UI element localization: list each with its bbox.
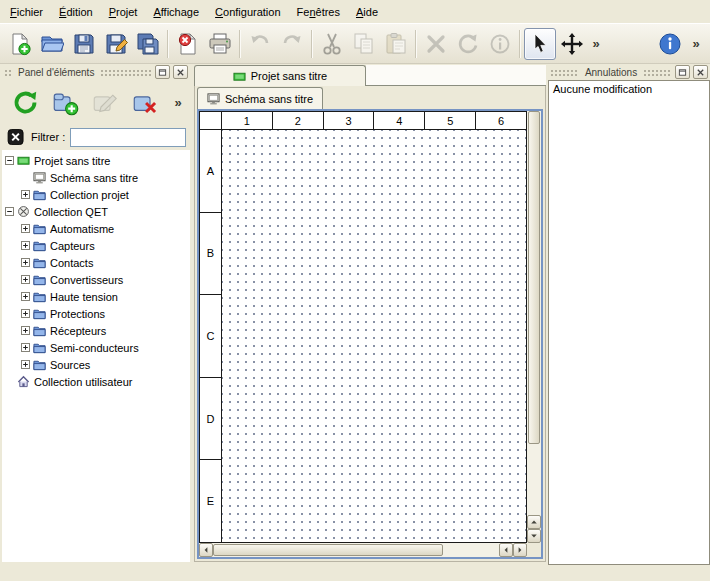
menu-item-configuration[interactable]: Configuration [207,3,288,21]
tree-item-label: Automatisme [50,223,114,235]
row-header: C [200,295,221,378]
tree-item-label: Capteurs [50,240,95,252]
app-window: FichierÉditionProjetAffichageConfigurati… [0,0,710,581]
filter-input[interactable] [70,128,186,147]
pan-mode-button[interactable] [556,28,588,60]
selection-mode-button[interactable] [524,28,556,60]
tree-item[interactable]: Automatisme [2,220,190,237]
undo-panel-title: Annulations [582,67,640,78]
save-as-button[interactable] [100,28,132,60]
scroll-down-button[interactable] [527,529,541,543]
schema-view-body: 123456 ABCDE [199,111,541,543]
horizontal-scrollbar-thumb[interactable] [213,544,443,556]
new-project-button[interactable] [4,28,36,60]
menu-item-edition[interactable]: Édition [51,3,101,21]
save-button[interactable] [68,28,100,60]
project-tabbar: Projet sans titre [194,64,546,86]
tree-expander-plus-icon[interactable] [21,241,33,250]
horizontal-scrollbar-track[interactable] [443,543,499,557]
undo-list[interactable]: Aucune modification [548,80,710,565]
vertical-scrollbar[interactable] [527,111,541,543]
menu-item-fenetres[interactable]: Fenêtres [289,3,348,21]
tree-item[interactable]: Schéma sans titre [2,169,190,186]
dock-handle[interactable] [100,68,152,76]
save-all-button[interactable] [132,28,164,60]
horizontal-scrollbar[interactable] [199,543,527,557]
vertical-scrollbar-track[interactable] [527,444,541,515]
tree-item[interactable]: Contacts [2,254,190,271]
tree-item[interactable]: Convertisseurs [2,271,190,288]
undo-icon [248,32,272,56]
filter-label: Filtrer : [31,131,65,143]
tree-item[interactable]: Semi-conducteurs [2,339,190,356]
tree-expander-plus-icon[interactable] [21,224,33,233]
clear-filter-button[interactable] [6,127,26,147]
folder-icon [33,273,46,286]
tree-expander-plus-icon[interactable] [21,258,33,267]
tree-item[interactable]: Haute tension [2,288,190,305]
float-window-icon [678,68,687,77]
tree-item[interactable]: Protections [2,305,190,322]
scroll-left-button-end[interactable] [499,543,513,557]
toolbar-separator [519,30,521,58]
new-element-button[interactable] [46,84,84,120]
folder-icon [33,307,46,320]
tree-expander-minus-icon[interactable] [5,207,17,216]
dock-handle[interactable] [643,68,672,76]
float-elements-panel-button[interactable] [155,65,170,79]
right-toolbar-overflow-button[interactable]: » [688,28,704,60]
project-subwindow: Schéma sans titre 123456 ABCDE [194,86,546,562]
close-file-button[interactable] [172,28,204,60]
tree-item[interactable]: Collection projet [2,186,190,203]
tree-expander-plus-icon[interactable] [21,360,33,369]
tree-expander-minus-icon[interactable] [5,156,17,165]
tree-item[interactable]: Collection utilisateur [2,373,190,390]
tree-item[interactable]: Récepteurs [2,322,190,339]
float-undo-panel-button[interactable] [675,65,690,79]
pointer-icon [528,32,552,56]
scroll-right-button[interactable] [513,543,527,557]
column-header: 2 [273,112,324,129]
tab-projet-sans-titre[interactable]: Projet sans titre [194,65,366,86]
tree-expander-plus-icon[interactable] [21,275,33,284]
tree-expander-plus-icon[interactable] [21,309,33,318]
toolbar-overflow-button[interactable]: » [588,28,604,60]
reload-collections-button[interactable] [6,84,44,120]
about-button[interactable] [654,28,686,60]
tree-item[interactable]: Projet sans titre [2,152,190,169]
tree-expander-plus-icon[interactable] [21,292,33,301]
panel-toolbar-overflow-button[interactable]: » [170,84,186,120]
row-header: D [200,378,221,461]
menu-item-fichier[interactable]: Fichier [2,3,51,21]
tree-item[interactable]: Capteurs [2,237,190,254]
menu-item-projet[interactable]: Projet [101,3,146,21]
dock-handle[interactable] [550,68,579,76]
tree-item-label: Collection utilisateur [34,376,132,388]
float-window-icon [158,68,167,77]
menu-item-affichage[interactable]: Affichage [145,3,207,21]
scroll-up-button[interactable] [527,515,541,529]
dock-handle[interactable] [4,68,12,76]
tree-expander-plus-icon[interactable] [21,326,33,335]
home-icon [17,375,30,388]
open-project-button[interactable] [36,28,68,60]
close-undo-panel-button[interactable] [693,65,708,79]
schema-canvas[interactable] [222,130,526,542]
save-as-icon [104,32,128,56]
delete-element-button[interactable] [126,84,164,120]
scroll-left-button[interactable] [199,543,213,557]
tree-expander-plus-icon[interactable] [21,343,33,352]
vertical-scrollbar-thumb[interactable] [528,111,540,444]
tree-item[interactable]: Collection QET [2,203,190,220]
menu-item-aide[interactable]: Aide [348,3,386,21]
print-button[interactable] [204,28,236,60]
tree-item[interactable]: Sources [2,356,190,373]
clear-filter-icon [6,127,26,147]
tab-schema-sans-titre[interactable]: Schéma sans titre [197,87,323,109]
column-headers: 123456 [222,112,526,129]
tree-item-label: Collection projet [50,189,129,201]
tree-expander-plus-icon[interactable] [21,190,33,199]
close-elements-panel-button[interactable] [173,65,188,79]
triangle-left-icon [202,546,210,554]
folder-icon [33,256,46,269]
